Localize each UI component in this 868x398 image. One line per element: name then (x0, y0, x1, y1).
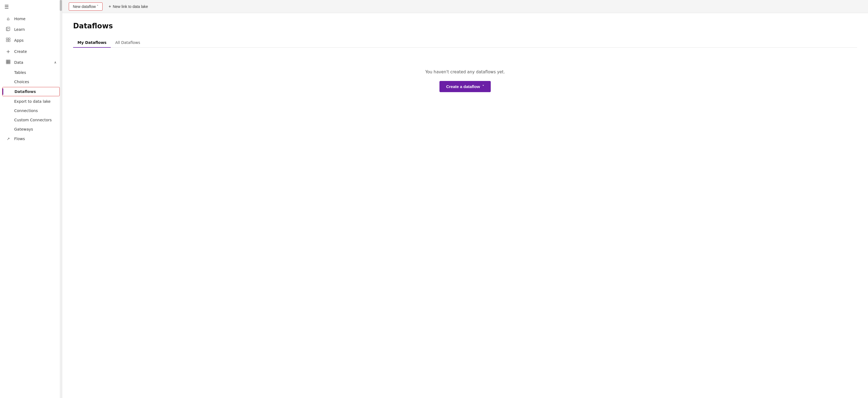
hamburger-icon[interactable]: ☰ (4, 4, 9, 9)
svg-rect-4 (6, 38, 8, 39)
tab-all-dataflows-label: All Dataflows (115, 40, 140, 45)
svg-rect-14 (6, 63, 7, 64)
sidebar-item-gateways[interactable]: Gateways (0, 125, 62, 134)
sidebar-item-home[interactable]: ⌂ Home (0, 13, 62, 24)
tab-all-dataflows[interactable]: All Dataflows (111, 38, 144, 47)
sidebar-item-create-label: Create (14, 49, 27, 54)
scrollbar-track[interactable] (60, 0, 62, 398)
tab-my-dataflows-label: My Dataflows (78, 40, 106, 45)
scrollbar-thumb[interactable] (60, 0, 62, 11)
sidebar-item-flows[interactable]: ↗ Flows (0, 134, 62, 144)
new-link-plus-icon: + (108, 4, 111, 9)
sidebar-item-choices[interactable]: Choices (0, 77, 62, 87)
create-btn-chevron-icon: ˅ (482, 85, 484, 89)
svg-rect-13 (9, 61, 10, 62)
sidebar-item-create[interactable]: + Create (0, 46, 62, 57)
dataflows-label: Dataflows (14, 90, 36, 94)
svg-rect-5 (8, 38, 10, 39)
custom-connectors-label: Custom Connectors (14, 118, 52, 122)
sidebar-item-custom-connectors[interactable]: Custom Connectors (0, 115, 62, 125)
svg-rect-8 (6, 60, 7, 61)
apps-icon (5, 38, 11, 43)
sidebar-header: ☰ (0, 0, 62, 13)
home-icon: ⌂ (5, 16, 11, 21)
svg-rect-6 (6, 40, 8, 42)
new-dataflow-button[interactable]: New dataflow ˅ (69, 2, 102, 11)
tab-my-dataflows[interactable]: My Dataflows (73, 38, 111, 47)
sidebar-item-flows-label: Flows (14, 137, 25, 141)
sidebar-item-export[interactable]: Export to data lake (0, 97, 62, 106)
sidebar-item-tables[interactable]: Tables (0, 68, 62, 77)
tabs-container: My Dataflows All Dataflows (73, 38, 857, 48)
tables-label: Tables (14, 70, 26, 75)
sidebar-item-data[interactable]: Data ∧ (0, 57, 62, 68)
create-btn-label: Create a dataflow (446, 84, 480, 89)
export-label: Export to data lake (14, 99, 51, 104)
data-icon (5, 60, 11, 65)
data-chevron-icon: ∧ (54, 61, 57, 64)
create-icon: + (5, 48, 11, 54)
svg-rect-10 (9, 60, 10, 61)
sidebar-item-apps-label: Apps (14, 38, 24, 42)
learn-icon (5, 27, 11, 32)
svg-rect-11 (6, 61, 7, 62)
sidebar: ☰ ⌂ Home Learn (0, 0, 62, 398)
toolbar: New dataflow ˅ + New link to data lake (62, 0, 868, 13)
sidebar-nav: ⌂ Home Learn (0, 13, 62, 398)
main-content: New dataflow ˅ + New link to data lake D… (62, 0, 868, 398)
choices-label: Choices (14, 79, 29, 84)
content-area: Dataflows My Dataflows All Dataflows You… (62, 13, 868, 398)
new-link-button[interactable]: + New link to data lake (105, 2, 152, 11)
sidebar-item-apps[interactable]: Apps (0, 35, 62, 46)
empty-state: You haven't created any dataflows yet. C… (73, 69, 857, 92)
svg-rect-15 (8, 63, 9, 64)
new-dataflow-label: New dataflow (73, 4, 96, 9)
create-dataflow-button[interactable]: Create a dataflow ˅ (439, 81, 491, 92)
data-children: Tables Choices Dataflows Export to data … (0, 68, 62, 134)
svg-rect-7 (8, 40, 10, 42)
data-section: Data ∧ Tables Choices Dataflows Export t… (0, 57, 62, 134)
new-link-label: New link to data lake (113, 4, 148, 9)
sidebar-item-data-label: Data (14, 60, 23, 65)
empty-state-message: You haven't created any dataflows yet. (425, 69, 505, 74)
svg-rect-9 (8, 60, 9, 61)
svg-rect-12 (8, 61, 9, 62)
new-dataflow-chevron-icon: ˅ (97, 5, 98, 8)
flows-icon: ↗ (5, 137, 11, 141)
connections-label: Connections (14, 108, 38, 113)
sidebar-item-learn[interactable]: Learn (0, 24, 62, 35)
svg-rect-16 (9, 63, 10, 64)
gateways-label: Gateways (14, 127, 33, 131)
sidebar-item-connections[interactable]: Connections (0, 106, 62, 115)
sidebar-item-dataflows[interactable]: Dataflows (2, 87, 60, 96)
sidebar-item-home-label: Home (14, 16, 25, 21)
page-title: Dataflows (73, 22, 857, 30)
sidebar-item-learn-label: Learn (14, 27, 25, 32)
